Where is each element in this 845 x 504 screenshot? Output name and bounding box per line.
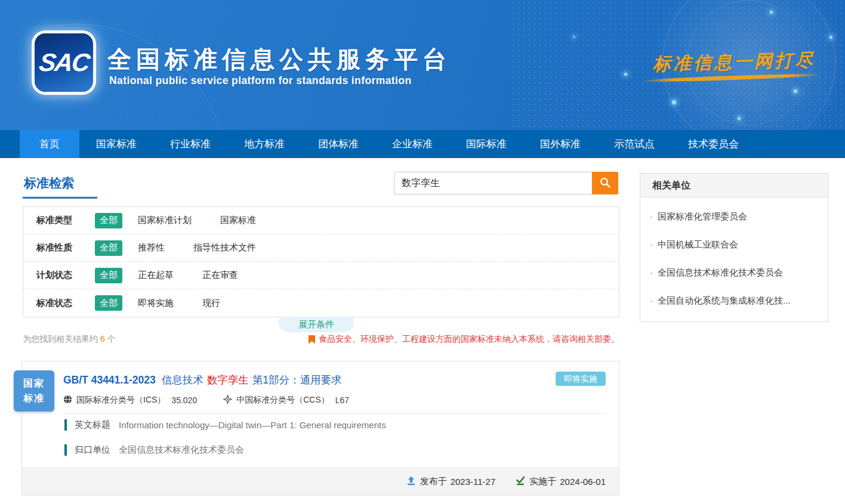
- ics-value: 35.020: [171, 395, 197, 405]
- tab-industry-standard[interactable]: 行业标准: [153, 130, 227, 158]
- teal-bar: [64, 444, 67, 456]
- published-date: 2023-11-27: [451, 477, 496, 487]
- card-divider: [63, 413, 606, 414]
- result-count-prefix: 为您找到相关结果约: [23, 334, 98, 344]
- filter-row-plan-status: 计划状态 全部 正在起草 正在审查: [23, 262, 619, 289]
- filter-label: 计划状态: [36, 270, 83, 281]
- search-icon: [599, 177, 611, 190]
- implement-check-icon: [516, 476, 529, 487]
- committee-label: 归口单位: [75, 444, 110, 456]
- badge-line2: 标准: [14, 391, 54, 406]
- related-units-panel: 相关单位 国家标准化管理委员会 中国机械工业联合会 全国信息技术标准化技术委员会…: [640, 173, 828, 322]
- tab-international-standard[interactable]: 国际标准: [449, 130, 523, 158]
- standard-type-badge: 国家 标准: [14, 370, 54, 412]
- filter-all-button[interactable]: 全部: [95, 213, 122, 228]
- standard-title-pre: 信息技术: [162, 374, 203, 386]
- filter-row-standard-type: 标准类型 全部 国家标准计划 国家标准: [23, 207, 619, 234]
- decor-dot: [624, 73, 627, 76]
- related-units-title: 相关单位: [640, 174, 828, 197]
- tab-local-standard[interactable]: 地方标准: [227, 130, 301, 158]
- filter-label: 标准性质: [36, 242, 83, 253]
- system-notice-text: 食品安全、环境保护、工程建设方面的国家标准未纳入本系统，请咨询相关部委。: [319, 334, 619, 345]
- compass-icon: [223, 395, 236, 406]
- result-count: 为您找到相关结果约6个: [23, 334, 116, 345]
- card-footer: 发布于 2023-11-27 实施于 2024-06-01: [22, 468, 619, 495]
- english-title-label: 英文标题: [75, 419, 110, 431]
- standard-result-card: 国家 标准 GB/T 43441.1-2023信息技术数字孪生第1部分：通用要求…: [21, 361, 619, 496]
- result-count-number: 6: [100, 334, 105, 344]
- ccs-value: L67: [335, 395, 349, 405]
- site-slogan: 标准信息一网打尽: [653, 48, 816, 76]
- decor-dot: [794, 89, 797, 93]
- published-label: 发布于: [420, 476, 447, 487]
- filter-option[interactable]: 现行: [202, 298, 220, 309]
- related-unit-item[interactable]: 全国信息技术标准化技术委员会: [640, 258, 828, 286]
- committee-row: 归口单位 全国信息技术标准化技术委员会: [64, 444, 244, 456]
- standard-title-post: 第1部分：通用要求: [252, 374, 342, 386]
- page-title: 标准检索: [24, 175, 74, 191]
- filter-all-button[interactable]: 全部: [95, 268, 122, 283]
- filter-option[interactable]: 推荐性: [138, 242, 165, 253]
- main-nav: 首页 国家标准 行业标准 地方标准 团体标准 企业标准 国际标准 国外标准 示范…: [0, 130, 845, 158]
- search-button[interactable]: [592, 172, 618, 194]
- filter-option[interactable]: 指导性技术文件: [193, 242, 256, 253]
- tab-enterprise-standard[interactable]: 企业标准: [375, 130, 449, 158]
- badge-line1: 国家: [14, 376, 54, 391]
- ccs-classification: 中国标准分类号（CCS） L67: [223, 395, 349, 406]
- system-notice: 食品安全、环境保护、工程建设方面的国家标准未纳入本系统，请咨询相关部委。: [309, 334, 619, 345]
- globe-icon: [63, 395, 76, 406]
- filter-option[interactable]: 即将实施: [138, 298, 174, 309]
- standard-title-highlight: 数字孪生: [207, 374, 249, 386]
- result-count-suffix: 个: [107, 334, 116, 344]
- decor-dot: [770, 11, 773, 14]
- english-title-value: Information technology—Digital twin—Part…: [119, 420, 386, 430]
- tab-foreign-standard[interactable]: 国外标准: [523, 130, 597, 158]
- implemented-label: 实施于: [529, 476, 556, 487]
- expand-conditions-button[interactable]: 展开条件: [279, 317, 354, 332]
- site-title: 全国标准信息公共服务平台: [107, 43, 451, 76]
- decor-dot: [829, 36, 832, 39]
- search-input[interactable]: [394, 172, 592, 194]
- tab-technical-committee[interactable]: 技术委员会: [671, 130, 755, 158]
- ics-label: 国际标准分类号（ICS）: [76, 395, 165, 406]
- tab-home[interactable]: 首页: [20, 130, 79, 158]
- standard-code: GB/T 43441.1-2023: [63, 374, 156, 386]
- filter-label: 标准类型: [36, 215, 83, 226]
- tab-pilot-program[interactable]: 示范试点: [597, 130, 671, 158]
- related-unit-item[interactable]: 全国自动化系统与集成标准化技...: [640, 286, 828, 314]
- committee-value: 全国信息技术标准化技术委员会: [119, 444, 244, 456]
- filter-option[interactable]: 国家标准计划: [138, 215, 192, 226]
- published-date-item: 发布于 2023-11-27: [406, 476, 496, 487]
- site-header: SAC 全国标准信息公共服务平台 National public service…: [0, 0, 845, 130]
- filter-all-button[interactable]: 全部: [95, 295, 122, 311]
- tab-national-standard[interactable]: 国家标准: [79, 130, 153, 158]
- tab-group-standard[interactable]: 团体标准: [301, 130, 375, 158]
- bookmark-icon: [309, 335, 315, 344]
- decor-dot: [738, 117, 741, 120]
- filter-option[interactable]: 国家标准: [220, 215, 256, 226]
- sac-logo-text: SAC: [37, 48, 90, 77]
- filter-panel: 标准类型 全部 国家标准计划 国家标准 标准性质 全部 推荐性 指导性技术文件 …: [23, 206, 619, 317]
- filter-row-standard-nature: 标准性质 全部 推荐性 指导性技术文件: [23, 234, 619, 262]
- publish-upload-icon: [406, 476, 420, 487]
- search-box: [394, 172, 618, 194]
- page-title-underline: [23, 197, 97, 199]
- related-unit-item[interactable]: 国家标准化管理委员会: [640, 202, 828, 230]
- filter-all-button[interactable]: 全部: [95, 240, 122, 256]
- standard-title-link[interactable]: GB/T 43441.1-2023信息技术数字孪生第1部分：通用要求: [63, 373, 345, 387]
- site-subtitle: National public service platform for sta…: [109, 75, 411, 87]
- implemented-date: 2024-06-01: [560, 477, 606, 487]
- filter-label: 标准状态: [36, 298, 83, 309]
- filter-option[interactable]: 正在起草: [138, 270, 174, 281]
- teal-bar: [64, 419, 67, 431]
- filter-option[interactable]: 正在审查: [202, 270, 238, 281]
- english-title-row: 英文标题 Information technology—Digital twin…: [64, 419, 386, 431]
- ics-classification: 国际标准分类号（ICS） 35.020: [63, 395, 197, 406]
- implemented-date-item: 实施于 2024-06-01: [516, 476, 606, 487]
- results-bar: 为您找到相关结果约6个 食品安全、环境保护、工程建设方面的国家标准未纳入本系统，…: [23, 334, 619, 345]
- related-unit-item[interactable]: 中国机械工业联合会: [640, 230, 828, 258]
- status-badge: 即将实施: [556, 372, 606, 386]
- classification-row: 国际标准分类号（ICS） 35.020 中国标准分类号（CCS） L67: [63, 395, 375, 406]
- sac-logo[interactable]: SAC: [35, 33, 93, 92]
- filter-row-standard-status: 标准状态 全部 即将实施 现行: [23, 289, 619, 317]
